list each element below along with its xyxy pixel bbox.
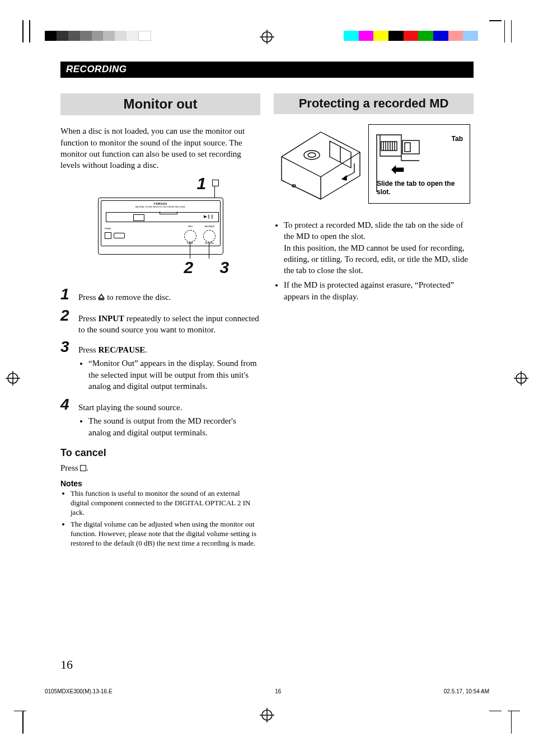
crop-mark <box>511 711 512 734</box>
step-sub-bullets: “Monitor Out” appears in the display. So… <box>78 358 260 392</box>
right-column: Protecting a recorded MD <box>274 93 474 550</box>
registration-mark-left <box>6 371 20 386</box>
play-pause-icon: ▶/❙❙ <box>204 214 214 219</box>
step-2: 2 Press INPUT repeatedly to select the i… <box>60 308 260 336</box>
bullet-item: The sound is output from the MD recorder… <box>88 415 260 438</box>
bullet-item: If the MD is protected against erasure, … <box>284 279 474 302</box>
step-number: 3 <box>60 340 73 393</box>
step-text: Press <box>78 345 98 354</box>
input-knob-icon <box>184 230 196 242</box>
step-4: 4 Start playing the sound source. The so… <box>60 397 260 439</box>
slide-instruction: Slide the tab to open the slot. <box>377 180 470 196</box>
crop-mark <box>22 711 24 734</box>
power-button-icon <box>105 232 111 239</box>
md-figure: Tab ⬅ Slide the tab to open the slot. <box>274 124 474 204</box>
notes-list: This function is useful to monitor the s… <box>60 489 260 548</box>
intro-paragraph: When a disc is not loaded, you can use t… <box>60 125 260 171</box>
device-figure: 1 YAMAHA NATURAL SOUND MINIDISC RECORDER… <box>88 176 233 277</box>
protect-bullets: To protect a recorded MD, slide the tab … <box>274 219 474 302</box>
device-brand: YAMAHA <box>153 202 167 205</box>
crop-mark <box>489 20 502 21</box>
callout-1-target <box>212 180 219 186</box>
rec-knob-icon <box>203 230 216 242</box>
heading-monitor-out: Monitor out <box>60 93 260 115</box>
input-label: INPUT <box>185 226 196 228</box>
digital-label: DIGITAL <box>183 242 198 245</box>
svg-point-18 <box>304 151 320 159</box>
step-1: 1 Press to remove the disc. <box>60 287 260 303</box>
footer-page: 16 <box>275 688 281 694</box>
section-bar: RECORDING <box>60 62 474 78</box>
button-icon <box>114 233 125 238</box>
left-column: Monitor out When a disc is not loaded, y… <box>60 93 260 550</box>
step-body: Press INPUT repeatedly to select the inp… <box>78 308 260 336</box>
device-model: NATURAL SOUND MINIDISC RECORDER MDX-E300 <box>135 206 185 208</box>
crop-mark <box>489 711 502 712</box>
svg-marker-22 <box>342 176 346 180</box>
step-text: Press <box>78 293 98 302</box>
device-diagram: YAMAHA NATURAL SOUND MINIDISC RECORDER M… <box>98 198 223 255</box>
step-text: . <box>145 345 147 354</box>
page-content: RECORDING Monitor out When a disc is not… <box>60 62 474 550</box>
step-text: Start playing the sound source. <box>78 403 182 412</box>
crop-mark <box>504 20 505 43</box>
steps-list: 1 Press to remove the disc. 2 Press INPU… <box>60 287 260 439</box>
step-body: Press to remove the disc. <box>78 287 171 303</box>
notes-heading: Notes <box>60 479 260 488</box>
cancel-heading: To cancel <box>60 447 260 459</box>
reclevel-label: REC LEVEL <box>202 242 218 245</box>
step-bold: REC/PAUSE <box>98 345 145 354</box>
callout-3-line <box>209 242 209 259</box>
cancel-text: Press . <box>60 462 260 473</box>
svg-marker-12 <box>99 294 104 298</box>
crop-mark <box>508 711 520 712</box>
step-text: to remove the disc. <box>107 293 171 302</box>
step-3: 3 Press REC/PAUSE. “Monitor Out” appears… <box>60 340 260 393</box>
step-body: Start playing the sound source. The soun… <box>78 397 260 439</box>
svg-point-19 <box>308 153 316 157</box>
footer-timestamp: 02.5.17, 10:54 AM <box>444 688 489 694</box>
svg-line-15 <box>282 157 321 177</box>
step-text: Press <box>78 314 98 323</box>
footer-filename: 0105MDXE300(M).13-16.E <box>45 688 113 694</box>
step-body: Press REC/PAUSE. “Monitor Out” appears i… <box>78 340 260 393</box>
note-item: The digital volume can be adjusted when … <box>71 520 260 548</box>
crop-mark <box>22 20 24 43</box>
crop-mark <box>29 20 30 43</box>
registration-mark-right <box>514 371 528 386</box>
bullet-item: To protect a recorded MD, slide the tab … <box>284 219 474 276</box>
md-disc-illustration <box>277 124 364 203</box>
eject-icon <box>98 292 105 303</box>
svg-rect-32 <box>405 143 410 152</box>
tab-label: Tab <box>452 135 463 143</box>
step-sub-bullets: The sound is output from the MD recorder… <box>78 415 260 438</box>
stop-icon <box>80 465 86 471</box>
cancel-text-b: . <box>86 463 88 472</box>
crop-mark <box>511 20 512 43</box>
bullet-item: “Monitor Out” appears in the display. So… <box>88 358 260 392</box>
power-label: POWER <box>102 228 114 230</box>
heading-protecting-md: Protecting a recorded MD <box>274 93 474 114</box>
color-bar-right <box>344 31 478 41</box>
step-number: 2 <box>60 308 73 336</box>
registration-mark-top <box>260 30 274 44</box>
cancel-text-a: Press <box>60 463 80 472</box>
callout-2-line <box>190 242 190 259</box>
page-number: 16 <box>60 658 73 672</box>
registration-mark-bottom <box>260 708 274 722</box>
callout-3: 3 <box>220 258 229 277</box>
footer-meta: 0105MDXE300(M).13-16.E 16 02.5.17, 10:54… <box>45 688 489 694</box>
recpause-label: REC/PAUSE <box>202 226 218 228</box>
color-bar-left <box>45 31 151 41</box>
callout-2: 2 <box>184 258 194 277</box>
step-number: 4 <box>60 397 73 439</box>
crop-mark <box>14 711 26 712</box>
note-item: This function is useful to monitor the s… <box>71 489 260 518</box>
svg-rect-13 <box>99 299 104 300</box>
step-number: 1 <box>60 287 73 303</box>
step-bold: INPUT <box>98 314 124 323</box>
md-tab-illustration: Tab ⬅ Slide the tab to open the slot. <box>368 124 470 204</box>
callout-1: 1 <box>197 174 207 193</box>
arrow-left-icon: ⬅ <box>391 160 404 179</box>
